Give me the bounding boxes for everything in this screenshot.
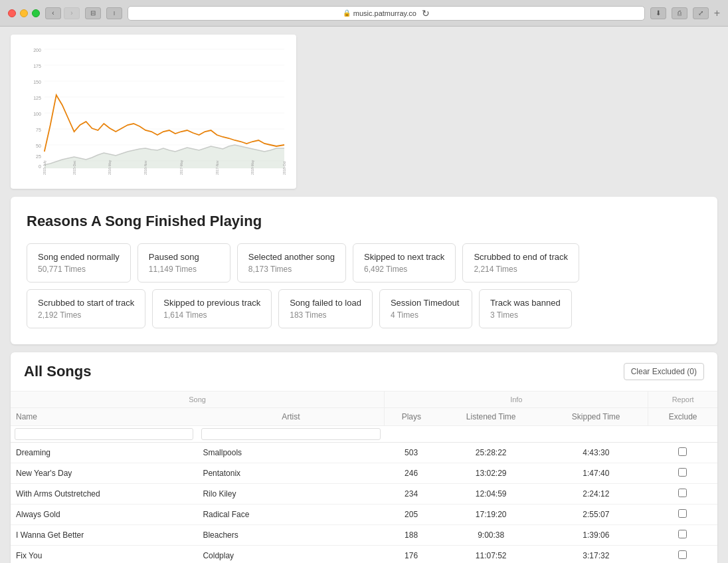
cell-skipped-time: 1:39:06	[544, 525, 648, 546]
cell-exclude[interactable]	[648, 525, 717, 546]
reason-card-scrubbed-end: Scrubbed to end of track 2,214 Times	[462, 243, 579, 282]
cell-plays: 188	[385, 525, 438, 546]
page-content: 200 175 150 125 100 75 50 25 0	[0, 27, 728, 563]
forward-button[interactable]: ›	[64, 7, 80, 19]
cell-artist: Bleachers	[197, 525, 384, 546]
reason-count-skipped-next: 6,492 Times	[364, 265, 444, 274]
cell-name: With Arms Outstretched	[11, 484, 197, 505]
cell-name: Fix You	[11, 546, 197, 564]
minimize-button[interactable]	[20, 9, 28, 17]
filter-name-input[interactable]	[15, 428, 193, 440]
reason-count-selected: 8,173 Times	[248, 265, 335, 274]
cell-artist: Coldplay	[197, 546, 384, 564]
reason-card-selected: Selected another song 8,173 Times	[237, 243, 346, 282]
maximize-button[interactable]	[32, 9, 40, 17]
table-row: With Arms Outstretched Rilo Kiley 234 12…	[11, 484, 717, 505]
reason-title-song-ended: Song ended normally	[38, 252, 120, 262]
cell-skipped-time: 3:17:32	[544, 546, 648, 564]
url-bar[interactable]: 🔒 music.patmurray.co ↻	[128, 6, 645, 21]
svg-text:2015-July: 2015-July	[43, 160, 46, 175]
col-header-artist: Artist	[197, 408, 384, 426]
svg-text:100: 100	[33, 112, 41, 116]
cell-exclude[interactable]	[648, 443, 717, 463]
reason-title-skipped-prev: Skipped to previous track	[163, 298, 260, 308]
reason-card-failed: Song failed to load 183 Times	[278, 289, 373, 328]
svg-text:175: 175	[33, 64, 41, 68]
reason-count-banned: 3 Times	[490, 310, 561, 320]
cell-artist: Rilo Kiley	[197, 484, 384, 505]
reason-card-scrubbed-start: Scrubbed to start of track 2,192 Times	[27, 289, 145, 328]
cell-listened-time: 13:02:29	[438, 463, 544, 484]
svg-text:200: 200	[33, 48, 41, 53]
songs-header: All Songs Clear Excluded (0)	[11, 352, 717, 391]
chart-section: 200 175 150 125 100 75 50 25 0	[11, 35, 296, 189]
svg-text:2018-Oct: 2018-Oct	[282, 161, 286, 175]
cell-exclude[interactable]	[648, 463, 717, 484]
cell-plays: 503	[385, 443, 438, 463]
clear-excluded-button[interactable]: Clear Excluded (0)	[624, 363, 704, 380]
reason-count-scrubbed-start: 2,192 Times	[38, 310, 134, 320]
col-header-skipped-time: Skipped Time	[544, 408, 648, 426]
svg-text:2017-Nov: 2017-Nov	[215, 160, 219, 175]
chart-svg: 200 175 150 125 100 75 50 25 0	[21, 45, 286, 178]
svg-text:0: 0	[39, 164, 41, 169]
songs-table: Song Info Report Name Artist Plays Liste…	[11, 391, 717, 563]
reason-card-skipped-prev: Skipped to previous track 1,614 Times	[152, 289, 272, 328]
reason-card-session: Session Timedout 4 Times	[379, 289, 472, 328]
svg-text:75: 75	[36, 128, 41, 132]
reason-title-banned: Track was banned	[490, 298, 561, 308]
new-tab-button[interactable]: +	[714, 7, 720, 19]
exclude-checkbox[interactable]	[678, 447, 687, 456]
reason-count-session: 4 Times	[391, 310, 461, 320]
close-button[interactable]	[8, 9, 16, 17]
cell-listened-time: 11:07:52	[438, 546, 544, 564]
svg-text:2016-May: 2016-May	[108, 160, 112, 175]
svg-text:2016-Nov: 2016-Nov	[143, 160, 147, 175]
col-group-song: Song	[11, 392, 385, 408]
reason-count-paused: 11,149 Times	[149, 265, 219, 274]
reason-title-failed: Song failed to load	[290, 298, 361, 308]
svg-text:25: 25	[36, 154, 41, 159]
cell-exclude[interactable]	[648, 505, 717, 525]
cell-plays: 205	[385, 505, 438, 525]
share-button[interactable]: ⎙	[672, 7, 687, 19]
reason-title-scrubbed-end: Scrubbed to end of track	[474, 252, 568, 262]
table-row: Fix You Coldplay 176 11:07:52 3:17:32	[11, 546, 717, 564]
table-row: Always Gold Radical Face 205 17:19:20 2:…	[11, 505, 717, 525]
cell-artist: Pentatonix	[197, 463, 384, 484]
back-button[interactable]: ‹	[45, 7, 61, 19]
col-header-plays: Plays	[385, 408, 438, 426]
cell-name: Dreaming	[11, 443, 197, 463]
cell-skipped-time: 2:24:12	[544, 484, 648, 505]
cell-name: New Year's Day	[11, 463, 197, 484]
traffic-lights	[8, 9, 40, 17]
exclude-checkbox[interactable]	[678, 550, 687, 559]
reason-count-failed: 183 Times	[290, 310, 361, 320]
exclude-checkbox[interactable]	[678, 509, 687, 518]
songs-section: All Songs Clear Excluded (0) Song Info R…	[11, 352, 717, 563]
col-header-listened-time: Listened Time	[438, 408, 544, 426]
sidebar-toggle[interactable]: ⊟	[85, 7, 101, 19]
cell-exclude[interactable]	[648, 484, 717, 505]
cell-exclude[interactable]	[648, 546, 717, 564]
exclude-checkbox[interactable]	[678, 530, 687, 538]
fullscreen-button[interactable]: ⤢	[693, 7, 709, 19]
cell-skipped-time: 4:43:30	[544, 443, 648, 463]
reason-count-song-ended: 50,771 Times	[38, 265, 120, 274]
exclude-checkbox[interactable]	[678, 489, 687, 497]
reason-title-scrubbed-start: Scrubbed to start of track	[38, 298, 134, 308]
exclude-checkbox[interactable]	[678, 468, 687, 477]
download-icon[interactable]: ⬇	[650, 7, 666, 19]
reason-count-skipped-prev: 1,614 Times	[163, 310, 260, 320]
cell-plays: 246	[385, 463, 438, 484]
chart-container: 200 175 150 125 100 75 50 25 0	[21, 45, 286, 178]
songs-title: All Songs	[24, 363, 91, 380]
svg-text:50: 50	[36, 144, 41, 148]
cell-artist: Smallpools	[197, 443, 384, 463]
reader-button[interactable]: I	[106, 7, 122, 19]
col-header-exclude: Exclude	[648, 408, 717, 426]
col-header-name: Name	[11, 408, 197, 426]
reason-card-skipped-next: Skipped to next track 6,492 Times	[353, 243, 456, 282]
reload-button[interactable]: ↻	[422, 8, 430, 19]
filter-artist-input[interactable]	[201, 428, 380, 440]
